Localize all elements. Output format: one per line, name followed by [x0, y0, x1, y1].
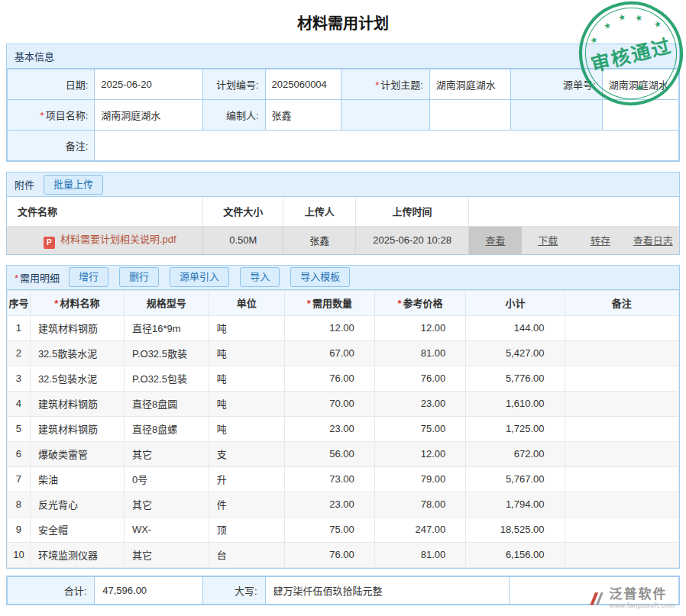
file-upload-time: 2025-06-20 10:28	[356, 226, 469, 254]
detail-cell-no: 6	[8, 441, 31, 466]
required-mark: *	[54, 298, 58, 309]
detail-cell-price: 76.00	[374, 366, 466, 391]
detail-cell-unit: 吨	[209, 391, 284, 416]
detail-cell-remark	[565, 466, 679, 492]
total-value: 47,596.00	[95, 576, 203, 604]
file-size: 0.50M	[203, 226, 283, 254]
basic-info-section-title: 基本信息	[15, 49, 54, 63]
attachment-action-3[interactable]: 转存	[574, 227, 627, 254]
basic-info-row-3: 备注:	[8, 131, 679, 161]
detail-cell-price: 79.00	[374, 466, 466, 492]
brand-logo: 泛普软件 www.fanpusoft.com	[588, 588, 675, 610]
detail-row[interactable]: 232.5散装水泥P.O32.5散装吨67.0081.005,427.00	[8, 340, 679, 366]
batch-upload-button[interactable]: 批量上传	[44, 175, 103, 195]
brand-name: 泛普软件	[609, 588, 675, 602]
detail-cell-no: 1	[8, 315, 31, 340]
detail-cell-name: 32.5包装水泥	[30, 366, 124, 391]
detail-cell-qty: 76.00	[284, 366, 374, 391]
detail-cell-subtotal: 5,767.00	[466, 466, 565, 492]
detail-row[interactable]: 7柴油0号升73.0079.005,767.00	[8, 466, 679, 492]
attachment-action-2[interactable]: 下载	[522, 227, 574, 254]
detail-row[interactable]: 6爆破类雷管其它支56.0012.00672.00	[8, 441, 679, 466]
required-mark: *	[40, 110, 44, 121]
file-name-link[interactable]: 材料需要计划相关说明.pdf	[60, 234, 176, 245]
author-value: 张鑫	[265, 100, 341, 131]
basic-info-form: 日期: 2025-06-20 计划编号: 2025060004 *计划主题: 湖…	[7, 69, 679, 161]
file-name-cell: P材料需要计划相关说明.pdf	[7, 226, 203, 254]
detail-row[interactable]: 1建筑材料钢筋直径16*9m吨12.0012.00144.00	[8, 315, 679, 340]
file-actions-cell: 查看下载转存查看日志	[469, 226, 679, 254]
detail-column-header: *材料名称	[30, 290, 124, 315]
detail-cell-spec: 其它	[124, 492, 209, 517]
detail-cell-remark	[565, 416, 679, 441]
detail-cell-no: 10	[8, 542, 31, 567]
detail-cell-no: 2	[8, 340, 31, 366]
detail-toolbar-button-3[interactable]: 源单引入	[170, 267, 229, 287]
detail-cell-spec: P.O32.5包装	[124, 366, 209, 391]
detail-row[interactable]: 332.5包装水泥P.O32.5包装吨76.0076.005,776.00	[8, 366, 679, 391]
attachments-section: 附件 批量上传 文件名称 文件大小 上传人 上传时间 P材料需要计划相关说明.	[6, 172, 680, 255]
detail-column-header: 序号	[8, 290, 31, 315]
brand-site: www.fanpusoft.com	[609, 602, 675, 610]
date-value: 2025-06-20	[95, 69, 203, 100]
attachments-section-title: 附件	[15, 177, 34, 192]
detail-cell-qty: 75.00	[284, 517, 374, 542]
date-label: 日期:	[8, 69, 95, 100]
detail-cell-spec: 直径8盘圆	[124, 391, 209, 416]
total-label: 合计:	[8, 576, 95, 604]
detail-cell-name: 反光背心	[30, 492, 124, 517]
detail-cell-name: 环境监测仪器	[30, 542, 124, 567]
project-value: 湖南洞庭湖水	[95, 100, 203, 131]
detail-column-header: *需用数量	[284, 290, 374, 315]
detail-cell-remark	[565, 315, 679, 340]
detail-cell-spec: P.O32.5散装	[124, 340, 209, 366]
detail-row[interactable]: 10环境监测仪器其它台76.0081.006,156.00	[8, 542, 679, 567]
attachment-action-4[interactable]: 查看日志	[626, 227, 679, 254]
detail-cell-remark	[565, 391, 679, 416]
detail-header-row: 序号*材料名称规格型号单位*需用数量*参考价格小计备注	[8, 290, 679, 315]
detail-cell-unit: 吨	[209, 416, 284, 441]
detail-cell-name: 建筑材料钢筋	[30, 416, 124, 441]
detail-cell-qty: 56.00	[284, 441, 374, 466]
detail-toolbar-button-4[interactable]: 导入	[240, 267, 280, 287]
detail-row[interactable]: 8反光背心其它件23.0078.001,794.00	[8, 492, 679, 517]
attachment-row[interactable]: P材料需要计划相关说明.pdf 0.50M 张鑫 2025-06-20 10:2…	[7, 226, 679, 254]
detail-cell-name: 安全帽	[30, 517, 124, 542]
detail-cell-unit: 吨	[209, 315, 284, 340]
detail-cell-qty: 12.00	[284, 315, 374, 340]
attachments-table: 文件名称 文件大小 上传人 上传时间 P材料需要计划相关说明.pdf 0.50M…	[7, 197, 679, 254]
detail-row[interactable]: 5建筑材料钢筋直径8盘螺吨23.0075.001,725.00	[8, 416, 679, 441]
details-section: *需用明细 增行删行源单引入导入导入模板 序号*材料名称规格型号单位*需用数量*…	[6, 265, 680, 569]
attachments-section-bar: 附件 批量上传	[7, 173, 679, 197]
detail-toolbar-button-2[interactable]: 删行	[119, 267, 159, 287]
brand-mark-icon	[588, 591, 605, 608]
detail-cell-remark	[565, 492, 679, 517]
detail-toolbar-button-1[interactable]: 增行	[69, 267, 108, 287]
detail-row[interactable]: 9安全帽WX-顶75.00247.0018,525.00	[8, 517, 679, 542]
empty-value-cell	[429, 100, 510, 131]
detail-cell-subtotal: 5,427.00	[466, 340, 565, 366]
detail-cell-qty: 23.00	[284, 492, 374, 517]
detail-cell-remark	[565, 517, 679, 542]
detail-cell-remark	[565, 542, 679, 567]
basic-info-row-2: *项目名称: 湖南洞庭湖水 编制人: 张鑫	[8, 100, 679, 131]
attachment-actions: 查看下载转存查看日志	[469, 227, 679, 254]
source-no-value: 湖南洞庭湖水	[602, 69, 678, 100]
detail-cell-price: 247.00	[374, 517, 466, 542]
detail-cell-price: 12.00	[374, 315, 466, 340]
detail-cell-spec: 0号	[124, 466, 209, 492]
detail-cell-no: 9	[8, 517, 31, 542]
detail-toolbar-button-5[interactable]: 导入模板	[290, 267, 350, 287]
detail-cell-no: 7	[8, 466, 31, 492]
brand-text: 泛普软件 www.fanpusoft.com	[609, 588, 675, 610]
project-label: *项目名称:	[8, 100, 95, 131]
detail-cell-spec: 其它	[124, 441, 209, 466]
detail-cell-spec: 直径8盘螺	[124, 416, 209, 441]
author-label: 编制人:	[202, 100, 265, 131]
detail-cell-name: 柴油	[30, 466, 124, 492]
summary-table: 合计: 47,596.00 大写: 肆万柒仟伍佰玖拾陆元整	[7, 576, 679, 605]
detail-cell-unit: 件	[209, 492, 284, 517]
detail-row[interactable]: 4建筑材料钢筋直径8盘圆吨70.0023.001,610.00	[8, 391, 679, 416]
attachment-action-1[interactable]: 查看	[469, 227, 522, 254]
details-section-title: *需用明细	[15, 270, 60, 285]
